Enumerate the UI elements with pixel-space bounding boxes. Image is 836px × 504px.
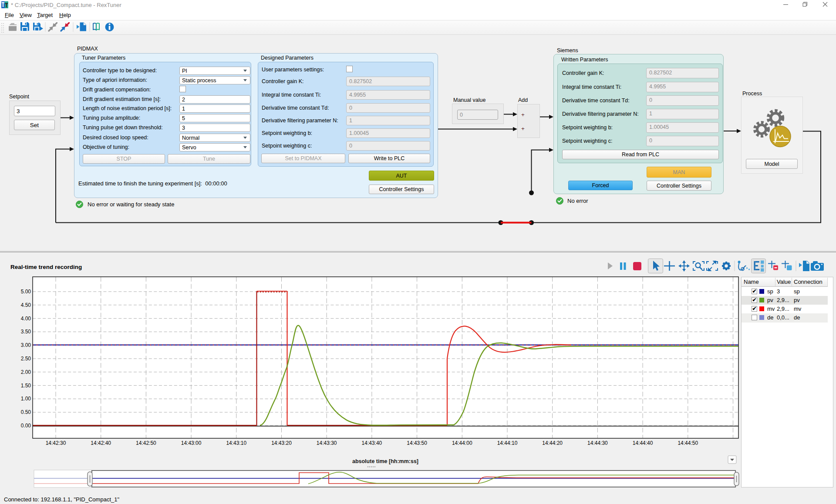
svg-text:0.00: 0.00 (21, 423, 31, 429)
svg-text:14:43:40: 14:43:40 (362, 440, 382, 446)
svg-text:14:42:50: 14:42:50 (136, 440, 156, 446)
svg-text:14:44:10: 14:44:10 (497, 440, 518, 446)
svg-text:14:43:10: 14:43:10 (226, 440, 246, 446)
svg-text:0.50: 0.50 (21, 409, 31, 415)
svg-text:14:43:00: 14:43:00 (181, 440, 202, 446)
svg-text:14:44:50: 14:44:50 (678, 440, 698, 446)
svg-text:14:43:20: 14:43:20 (271, 440, 292, 446)
svg-text:4.00: 4.00 (21, 316, 31, 322)
svg-text:3.00: 3.00 (21, 342, 31, 348)
svg-text:14:44:40: 14:44:40 (633, 440, 653, 446)
svg-text:1.50: 1.50 (21, 383, 31, 389)
svg-text:3.50: 3.50 (21, 329, 31, 335)
svg-text:1.00: 1.00 (21, 396, 31, 402)
svg-text:14:42:40: 14:42:40 (91, 440, 111, 446)
svg-text:absolute time [hh:mm:ss]: absolute time [hh:mm:ss] (352, 458, 418, 464)
svg-text:14:42:30: 14:42:30 (46, 440, 66, 446)
svg-text:2.50: 2.50 (21, 356, 31, 362)
svg-text:2.00: 2.00 (21, 369, 31, 375)
svg-text:14:43:50: 14:43:50 (407, 440, 427, 446)
svg-text:4.50: 4.50 (21, 302, 31, 308)
svg-text:14:44:30: 14:44:30 (587, 440, 608, 446)
svg-text:14:44:00: 14:44:00 (452, 440, 472, 446)
svg-text:5.00: 5.00 (21, 289, 31, 295)
svg-text:14:44:20: 14:44:20 (542, 440, 563, 446)
svg-text:14:43:30: 14:43:30 (317, 440, 337, 446)
